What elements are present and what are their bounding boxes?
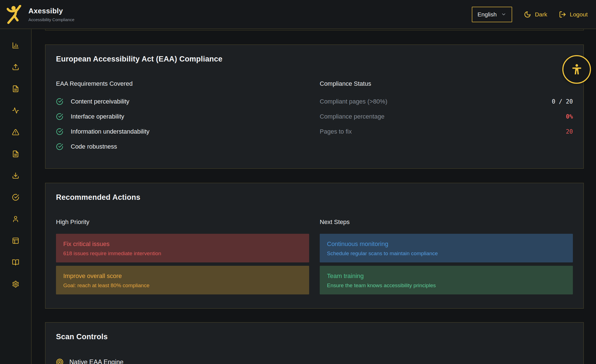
app-header: Axessibly Accessibility Compliance Engli… xyxy=(0,0,596,29)
native-eaa-engine-option[interactable]: Native EAA Engine xyxy=(56,357,573,364)
app-logo-icon xyxy=(7,5,21,24)
logout-label: Logout xyxy=(570,11,588,18)
sidebar-item-analytics[interactable] xyxy=(0,42,31,49)
language-selector-value: English xyxy=(478,11,497,18)
book-open-icon xyxy=(12,259,19,266)
status-row: Compliance percentage 0% xyxy=(320,113,573,120)
recommended-card-grid: High Priority Fix critical issues 618 is… xyxy=(56,218,573,298)
logout-icon xyxy=(559,11,566,18)
requirement-item: Code robustness xyxy=(56,143,309,151)
action-box-subtitle: Ensure the team knows accessibility prin… xyxy=(327,282,566,289)
action-box-title: Continuous monitoring xyxy=(327,240,566,248)
file-text-icon xyxy=(12,150,19,158)
eaa-card-title: European Accessibility Act (EAA) Complia… xyxy=(56,54,573,64)
requirement-label: Content perceivability xyxy=(71,98,129,105)
requirement-item: Information understandability xyxy=(56,128,309,136)
status-list: Compliant pages (>80%) 0 / 20 Compliance… xyxy=(320,98,573,136)
brand: Axessibly Accessibility Compliance xyxy=(7,5,74,24)
check-circle-icon xyxy=(56,113,63,120)
sidebar-item-checks[interactable] xyxy=(0,194,31,201)
requirements-list: Content perceivability Interface operabi… xyxy=(56,98,309,151)
scan-controls-card: Scan Controls Native EAA Engine xyxy=(45,322,584,364)
previous-card-edge xyxy=(45,29,584,30)
sidebar-nav xyxy=(0,29,31,364)
sidebar-item-settings[interactable] xyxy=(0,281,31,288)
scan-card-title: Scan Controls xyxy=(56,332,573,341)
theme-label: Dark xyxy=(535,11,547,18)
requirement-label: Interface operability xyxy=(71,113,124,120)
status-value: 20 xyxy=(566,128,573,135)
action-box-title: Improve overall score xyxy=(63,272,302,280)
requirement-label: Information understandability xyxy=(71,128,150,135)
sidebar-item-download[interactable] xyxy=(0,172,31,179)
target-icon xyxy=(56,358,63,364)
status-row: Compliant pages (>80%) 0 / 20 xyxy=(320,98,573,105)
check-circle-icon xyxy=(56,98,63,105)
action-box-improve-score: Improve overall score Goal: reach at lea… xyxy=(56,266,309,294)
chevron-down-icon xyxy=(501,12,506,17)
requirement-item: Content perceivability xyxy=(56,98,309,105)
download-icon xyxy=(12,172,19,179)
logout-button[interactable]: Logout xyxy=(559,11,588,18)
engine-label: Native EAA Engine xyxy=(69,358,123,364)
check-circle-icon xyxy=(12,194,19,201)
recommended-actions-card: Recommended Actions High Priority Fix cr… xyxy=(45,183,584,309)
high-priority-heading: High Priority xyxy=(56,218,309,226)
app-subtitle: Accessibility Compliance xyxy=(28,17,74,22)
status-value: 0 / 20 xyxy=(552,98,573,105)
next-steps-column: Next Steps Continuous monitoring Schedul… xyxy=(320,218,573,298)
status-heading: Compliance Status xyxy=(320,80,573,88)
status-value: 0% xyxy=(566,113,573,120)
sidebar-item-profile[interactable] xyxy=(0,215,31,223)
sidebar-item-guide[interactable] xyxy=(0,259,31,266)
brand-text: Axessibly Accessibility Compliance xyxy=(28,7,74,22)
action-box-subtitle: Goal: reach at least 80% compliance xyxy=(63,282,302,289)
user-icon xyxy=(12,215,19,223)
sidebar-item-pages[interactable] xyxy=(0,237,31,244)
eaa-compliance-card: European Accessibility Act (EAA) Complia… xyxy=(45,45,584,169)
high-priority-list: Fix critical issues 618 issues require i… xyxy=(56,234,309,294)
action-box-fix-critical-issues: Fix critical issues 618 issues require i… xyxy=(56,234,309,262)
status-label: Compliance percentage xyxy=(320,113,384,120)
action-box-subtitle: 618 issues require immediate interventio… xyxy=(63,250,302,257)
file-text-icon xyxy=(12,85,19,92)
action-box-title: Fix critical issues xyxy=(63,240,302,248)
requirement-label: Code robustness xyxy=(71,143,117,150)
moon-icon xyxy=(524,11,531,18)
app-name: Axessibly xyxy=(28,7,74,15)
check-circle-icon xyxy=(56,128,63,135)
theme-toggle-button[interactable]: Dark xyxy=(524,11,547,18)
bar-chart-icon xyxy=(12,42,19,49)
status-column: Compliance Status Compliant pages (>80%)… xyxy=(320,80,573,158)
action-box-team-training: Team training Ensure the team knows acce… xyxy=(320,266,573,294)
action-box-continuous-monitoring: Continuous monitoring Schedule regular s… xyxy=(320,234,573,262)
sidebar-item-issues[interactable] xyxy=(0,129,31,136)
status-label: Compliant pages (>80%) xyxy=(320,98,387,105)
sidebar-item-activity[interactable] xyxy=(0,107,31,114)
requirement-item: Interface operability xyxy=(56,113,309,120)
sidebar-item-report[interactable] xyxy=(0,85,31,92)
sidebar-item-upload[interactable] xyxy=(0,63,31,71)
eaa-card-grid: EAA Requirements Covered Content perceiv… xyxy=(56,80,573,158)
high-priority-column: High Priority Fix critical issues 618 is… xyxy=(56,218,309,298)
requirements-heading: EAA Requirements Covered xyxy=(56,80,309,88)
alert-triangle-icon xyxy=(12,129,19,136)
activity-icon xyxy=(12,107,19,114)
check-circle-icon xyxy=(56,143,63,150)
next-steps-list: Continuous monitoring Schedule regular s… xyxy=(320,234,573,294)
action-box-subtitle: Schedule regular scans to maintain compl… xyxy=(327,250,566,257)
sidebar-item-documents[interactable] xyxy=(0,150,31,158)
recommended-card-title: Recommended Actions xyxy=(56,193,573,202)
gear-icon xyxy=(12,281,19,288)
accessibility-person-icon xyxy=(570,63,583,76)
status-row: Pages to fix 20 xyxy=(320,128,573,136)
upload-icon xyxy=(12,63,19,71)
status-label: Pages to fix xyxy=(320,128,352,135)
action-box-title: Team training xyxy=(327,272,566,280)
language-selector[interactable]: English xyxy=(472,7,512,22)
accessibility-widget-button[interactable] xyxy=(562,55,591,84)
next-steps-heading: Next Steps xyxy=(320,218,573,226)
requirements-column: EAA Requirements Covered Content perceiv… xyxy=(56,80,309,158)
layout-icon xyxy=(12,237,19,244)
main-content: European Accessibility Act (EAA) Complia… xyxy=(31,29,596,364)
